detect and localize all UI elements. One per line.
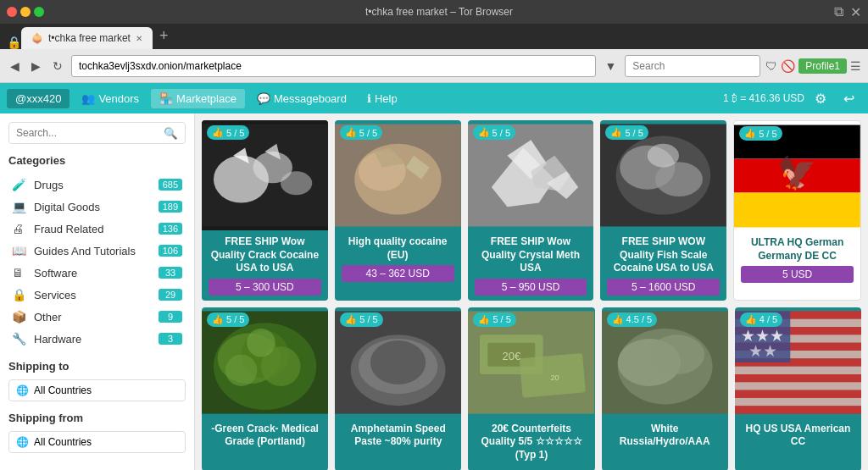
search-button[interactable]: 🔍 [157,123,185,143]
tab-close-icon[interactable]: ✕ [136,34,142,43]
category-services[interactable]: 🔒 Services 29 [8,284,186,306]
product-card-4[interactable]: 👍5 / 5 FREE SHIP WOW Quality Fish Scale … [600,120,726,301]
messageboard-nav-item[interactable]: 💬 Messageboard [248,89,355,108]
close-icon[interactable]: ✕ [850,4,861,20]
product-card-1[interactable]: 👍5 / 5 FREE SHIP Wow Quality Crack Cocai… [202,120,328,301]
software-label: Software [34,267,159,279]
tab-bar: 🔒 🧅 t•chka free market ✕ + [0,24,868,49]
info-icon: ℹ [367,92,371,105]
shipping-to-value: All Countries [34,384,92,396]
menu-icon[interactable]: ☰ [850,59,861,73]
shipping-from-section: Shipping from 🌐 All Countries [8,412,186,453]
search-input[interactable] [9,123,157,143]
browser-search-input[interactable] [625,55,760,77]
window-controls [7,7,44,17]
help-nav-item[interactable]: ℹ Help [359,89,406,108]
fraud-count: 136 [159,223,182,235]
product-title-5: ULTRA HQ German Germany DE CC [741,236,854,263]
svg-rect-57 [735,390,861,397]
back-button[interactable]: ◀ [7,58,23,75]
marketplace-label: Marketplace [176,92,236,105]
forward-button[interactable]: ▶ [28,58,44,75]
shield-icon[interactable]: 🛡 [765,59,777,73]
product-card-8[interactable]: 20€ 20 👍5 / 5 20€ Counterfeits Quality 5… [468,307,594,470]
product-image-10: ★★★ ★★ 👍4 / 5 [735,307,861,417]
product-image-2: 👍5 / 5 [335,120,461,230]
rating-badge-1: 👍5 / 5 [207,125,249,140]
browser-chrome: t•chka free market – Tor Browser ⧉ ✕ [0,0,868,24]
globe2-icon: 🌐 [16,436,29,448]
rating-badge-10: 👍4 / 5 [740,312,782,327]
svg-rect-56 [735,382,861,390]
dropdown-button[interactable]: ▼ [601,58,620,75]
hardware-count: 3 [159,333,182,345]
shipping-from-select[interactable]: 🌐 All Countries [8,431,186,453]
block-icon[interactable]: 🚫 [781,59,795,73]
product-card-2[interactable]: 👍5 / 5 High quality cocaine (EU) 43 – 36… [335,120,461,301]
close-button[interactable] [7,7,17,17]
category-fraud-related[interactable]: 🖨 Fraud Related 136 [8,218,186,240]
vendors-nav-item[interactable]: 👥 Vendors [73,89,147,108]
rating-badge-3: 👍5 / 5 [473,125,515,140]
rating-badge-5: 👍5 / 5 [739,126,782,141]
nav-bar: @xxx420 👥 Vendors 🏪 Marketplace 💬 Messag… [0,83,868,113]
user-button[interactable]: @xxx420 [7,89,70,108]
new-tab-button[interactable]: + [153,27,175,45]
product-price-5: 5 USD [741,266,854,283]
marketplace-nav-item[interactable]: 🏪 Marketplace [151,89,245,108]
category-hardware[interactable]: 🔧 Hardware 3 [8,328,186,350]
shipping-to-select[interactable]: 🌐 All Countries [8,379,186,401]
logout-icon[interactable]: ↩ [837,87,861,110]
product-image-3: 👍5 / 5 [468,120,594,230]
marketplace-icon: 🏪 [159,92,173,105]
other-label: Other [34,311,159,323]
drugs-count: 685 [159,179,182,191]
product-card-3[interactable]: 👍5 / 5 FREE SHIP Wow Quality Crystal Met… [468,120,594,301]
product-row-2: 👍5 / 5 -Green Crack- Medical Grade (Port… [202,307,861,470]
active-tab[interactable]: 🧅 t•chka free market ✕ [21,27,153,49]
address-input[interactable] [71,55,596,77]
software-icon: 🖥 [12,266,29,279]
product-card-9[interactable]: 👍4.5 / 5 White Russia/Hydro/AAA [602,307,728,470]
product-title-9: White Russia/Hydro/AAA [609,423,721,449]
svg-rect-59 [735,406,861,413]
product-card-5[interactable]: 🦅 👍5 / 5 ULTRA HQ German Germany DE CC 5… [733,120,861,301]
restore-icon[interactable]: ⧉ [834,4,843,19]
minimize-button[interactable] [20,7,31,17]
product-grid: 👍5 / 5 FREE SHIP Wow Quality Crack Cocai… [195,113,868,470]
product-info-4: FREE SHIP WOW Quality Fish Scale Cocaine… [600,230,726,301]
services-count: 29 [159,289,182,301]
product-info-7: Amphetamin Speed Paste ~80% purity [335,417,461,457]
rating-badge-2: 👍5 / 5 [340,125,382,140]
reload-button[interactable]: ↻ [49,58,66,75]
product-row-1: 👍5 / 5 FREE SHIP Wow Quality Crack Cocai… [202,120,861,301]
settings-icon[interactable]: ⚙ [808,87,833,110]
product-price-1: 5 – 300 USD [209,279,321,296]
product-card-7[interactable]: 👍5 / 5 Amphetamin Speed Paste ~80% purit… [335,307,461,470]
category-software[interactable]: 🖥 Software 33 [8,262,186,284]
category-digital-goods[interactable]: 💻 Digital Goods 189 [8,196,186,218]
shipping-from-title: Shipping from [8,412,186,424]
product-card-6[interactable]: 👍5 / 5 -Green Crack- Medical Grade (Port… [202,307,328,470]
maximize-button[interactable] [34,7,44,17]
messageboard-icon: 💬 [257,92,270,105]
product-image-1: 👍5 / 5 [202,120,328,230]
product-image-8: 20€ 20 👍5 / 5 [468,307,594,417]
svg-point-20 [648,144,679,168]
other-icon: 📦 [12,310,29,323]
category-other[interactable]: 📦 Other 9 [8,306,186,328]
product-title-6: -Green Crack- Medical Grade (Portland) [209,423,321,449]
digital-goods-label: Digital Goods [34,201,159,213]
svg-text:★★: ★★ [748,342,776,360]
svg-text:🦅: 🦅 [778,154,818,192]
category-guides[interactable]: 📖 Guides And Tutorials 106 [8,240,186,262]
product-price-2: 43 – 362 USD [342,265,454,282]
product-info-6: -Green Crack- Medical Grade (Portland) [202,417,328,457]
help-label: Help [375,92,398,105]
profile-button[interactable]: Profile1 [798,58,847,74]
search-box: 🔍 [8,122,186,144]
product-title-7: Amphetamin Speed Paste ~80% purity [342,423,454,449]
product-card-10[interactable]: ★★★ ★★ 👍4 / 5 HQ US USA American CC [735,307,861,470]
category-drugs[interactable]: 🧪 Drugs 685 [8,174,186,196]
fraud-label: Fraud Related [34,223,159,235]
